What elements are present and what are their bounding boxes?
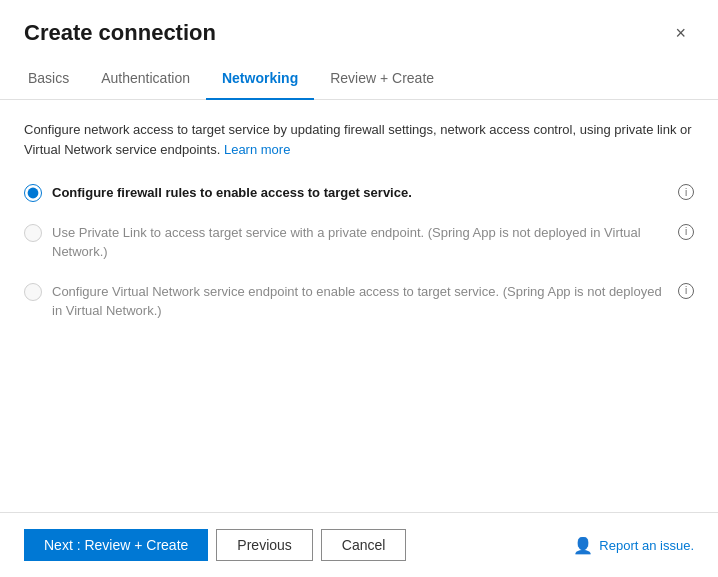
dialog-title: Create connection xyxy=(24,20,216,46)
next-button[interactable]: Next : Review + Create xyxy=(24,529,208,561)
vnet-info-icon[interactable]: i xyxy=(678,283,694,299)
option-firewall-row: Configure firewall rules to enable acces… xyxy=(24,183,694,203)
close-button[interactable]: × xyxy=(667,20,694,46)
report-icon: 👤 xyxy=(573,536,593,555)
option-vnet-radio[interactable] xyxy=(24,283,42,301)
option-private-link-radio[interactable] xyxy=(24,224,42,242)
option-firewall-radio[interactable] xyxy=(24,184,42,202)
tab-networking[interactable]: Networking xyxy=(206,62,314,100)
option-private-link-row: Use Private Link to access target servic… xyxy=(24,223,694,262)
report-issue-link[interactable]: 👤 Report an issue. xyxy=(573,536,694,555)
firewall-info-icon[interactable]: i xyxy=(678,184,694,200)
tab-basics[interactable]: Basics xyxy=(24,62,85,100)
option-private-link-label: Use Private Link to access target servic… xyxy=(52,223,672,262)
cancel-button[interactable]: Cancel xyxy=(321,529,407,561)
dialog-header: Create connection × xyxy=(0,0,718,46)
dialog-footer: Next : Review + Create Previous Cancel 👤… xyxy=(0,512,718,577)
option-firewall-label: Configure firewall rules to enable acces… xyxy=(52,183,672,203)
network-options: Configure firewall rules to enable acces… xyxy=(24,183,694,321)
previous-button[interactable]: Previous xyxy=(216,529,312,561)
description-text: Configure network access to target servi… xyxy=(24,120,694,159)
option-vnet-label: Configure Virtual Network service endpoi… xyxy=(52,282,672,321)
tab-review-create[interactable]: Review + Create xyxy=(314,62,450,100)
tab-authentication[interactable]: Authentication xyxy=(85,62,206,100)
create-connection-dialog: Create connection × Basics Authenticatio… xyxy=(0,0,718,577)
report-issue-label: Report an issue. xyxy=(599,538,694,553)
dialog-body: Configure network access to target servi… xyxy=(0,100,718,512)
learn-more-link[interactable]: Learn more xyxy=(224,142,290,157)
private-link-info-icon[interactable]: i xyxy=(678,224,694,240)
tab-bar: Basics Authentication Networking Review … xyxy=(0,46,718,100)
option-vnet-row: Configure Virtual Network service endpoi… xyxy=(24,282,694,321)
